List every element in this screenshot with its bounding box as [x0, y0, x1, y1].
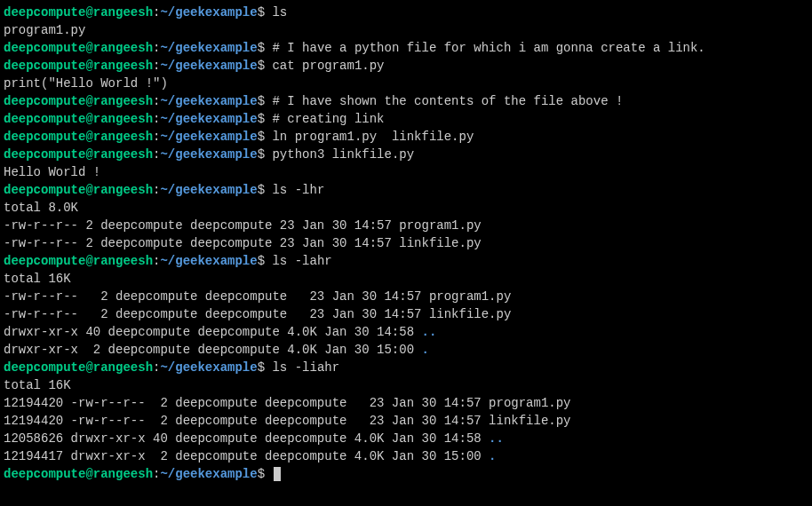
directory-name: .. — [489, 431, 504, 446]
terminal-line: deepcompute@rangeesh:~/geekexample$ ls -… — [4, 181, 808, 199]
prompt-user-host: deepcompute@rangeesh — [4, 254, 153, 268]
prompt-path: ~/geekexample — [160, 360, 257, 375]
output-line: print("Hello World !") — [4, 75, 808, 92]
output-line: 12058626 drwxr-xr-x 40 deepcompute deepc… — [4, 430, 808, 447]
terminal-line: deepcompute@rangeesh:~/geekexample$ — [4, 465, 808, 483]
command-text: # I have shown the contents of the file … — [272, 94, 623, 108]
cursor — [274, 467, 281, 481]
output-line: -rw-r--r-- 2 deepcompute deepcompute 23 … — [4, 234, 808, 252]
command-text: ls -lahr — [272, 254, 331, 268]
command-text: # creating link — [272, 112, 384, 126]
prompt-symbol: $ — [258, 130, 273, 144]
prompt-user-host: deepcompute@rangeesh — [4, 112, 153, 126]
terminal-line: deepcompute@rangeesh:~/geekexample$ ls — [4, 4, 808, 21]
output-line: 12194417 drwxr-xr-x 2 deepcompute deepco… — [4, 447, 808, 465]
directory-name: .. — [421, 325, 436, 339]
output-line: Hello World ! — [4, 163, 808, 181]
prompt-symbol: $ — [258, 59, 273, 73]
terminal-line: deepcompute@rangeesh:~/geekexample$ ln p… — [4, 128, 808, 146]
prompt-user-host: deepcompute@rangeesh — [4, 130, 153, 144]
command-text: cat program1.py — [272, 59, 384, 73]
terminal-line: deepcompute@rangeesh:~/geekexample$ pyth… — [4, 146, 808, 163]
file-details: 12194417 drwxr-xr-x 2 deepcompute deepco… — [4, 449, 489, 463]
prompt-symbol: $ — [258, 94, 273, 108]
terminal-line: deepcompute@rangeesh:~/geekexample$ ls -… — [4, 359, 808, 376]
prompt-user-host: deepcompute@rangeesh — [4, 183, 153, 197]
file-details: 12058626 drwxr-xr-x 40 deepcompute deepc… — [4, 431, 489, 446]
file-details: drwxr-xr-x 2 deepcompute deepcompute 4.0… — [4, 343, 421, 357]
prompt-path: ~/geekexample — [160, 130, 257, 144]
prompt-symbol: $ — [258, 360, 273, 375]
prompt-path: ~/geekexample — [160, 94, 257, 108]
output-line: total 16K — [4, 376, 808, 394]
prompt-user-host: deepcompute@rangeesh — [4, 147, 153, 162]
prompt-path: ~/geekexample — [160, 112, 257, 126]
terminal-line: deepcompute@rangeesh:~/geekexample$ # I … — [4, 39, 808, 57]
output-line: total 16K — [4, 270, 808, 288]
terminal-line: deepcompute@rangeesh:~/geekexample$ # I … — [4, 92, 808, 110]
prompt-symbol: $ — [258, 41, 273, 55]
prompt-symbol: $ — [258, 183, 273, 197]
output-line: total 8.0K — [4, 199, 808, 217]
output-line: 12194420 -rw-r--r-- 2 deepcompute deepco… — [4, 412, 808, 430]
output-line: -rw-r--r-- 2 deepcompute deepcompute 23 … — [4, 217, 808, 234]
command-text: python3 linkfile.py — [272, 147, 414, 162]
output-line: program1.py — [4, 21, 808, 39]
output-line: -rw-r--r-- 2 deepcompute deepcompute 23 … — [4, 305, 808, 323]
prompt-user-host: deepcompute@rangeesh — [4, 360, 153, 375]
command-text: # I have a python file for which i am go… — [272, 41, 705, 55]
prompt-symbol: $ — [258, 5, 273, 20]
file-details: drwxr-xr-x 40 deepcompute deepcompute 4.… — [4, 325, 421, 339]
directory-name: . — [421, 343, 428, 357]
prompt-user-host: deepcompute@rangeesh — [4, 41, 153, 55]
prompt-path: ~/geekexample — [160, 467, 257, 481]
output-line: 12194420 -rw-r--r-- 2 deepcompute deepco… — [4, 394, 808, 412]
prompt-user-host: deepcompute@rangeesh — [4, 94, 153, 108]
prompt-user-host: deepcompute@rangeesh — [4, 467, 153, 481]
prompt-path: ~/geekexample — [160, 5, 257, 20]
prompt-path: ~/geekexample — [160, 183, 257, 197]
terminal-line: deepcompute@rangeesh:~/geekexample$ cat … — [4, 57, 808, 75]
prompt-symbol: $ — [258, 254, 273, 268]
terminal-window[interactable]: deepcompute@rangeesh:~/geekexample$ lspr… — [4, 4, 808, 483]
output-line: drwxr-xr-x 2 deepcompute deepcompute 4.0… — [4, 341, 808, 359]
prompt-path: ~/geekexample — [160, 41, 257, 55]
prompt-path: ~/geekexample — [160, 147, 257, 162]
prompt-user-host: deepcompute@rangeesh — [4, 59, 153, 73]
directory-name: . — [489, 449, 496, 463]
prompt-symbol: $ — [258, 147, 273, 162]
command-text: ln program1.py linkfile.py — [272, 130, 474, 144]
command-text: ls — [272, 5, 287, 20]
output-line: drwxr-xr-x 40 deepcompute deepcompute 4.… — [4, 323, 808, 341]
prompt-path: ~/geekexample — [160, 59, 257, 73]
command-text: ls -liahr — [272, 360, 339, 375]
output-line: -rw-r--r-- 2 deepcompute deepcompute 23 … — [4, 288, 808, 305]
command-text: ls -lhr — [272, 183, 324, 197]
prompt-symbol: $ — [258, 467, 273, 481]
prompt-path: ~/geekexample — [160, 254, 257, 268]
terminal-line: deepcompute@rangeesh:~/geekexample$ # cr… — [4, 110, 808, 128]
prompt-symbol: $ — [258, 112, 273, 126]
prompt-user-host: deepcompute@rangeesh — [4, 5, 153, 20]
terminal-line: deepcompute@rangeesh:~/geekexample$ ls -… — [4, 252, 808, 270]
